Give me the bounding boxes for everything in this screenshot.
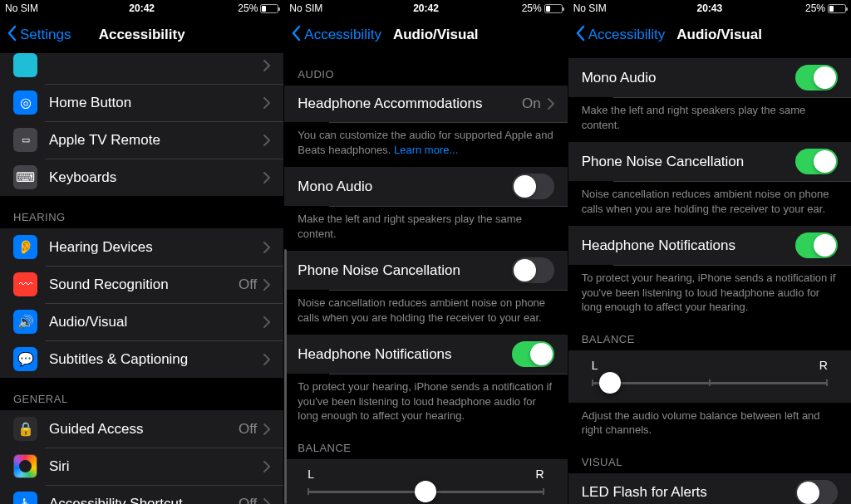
app-icon bbox=[13, 53, 37, 77]
balance-slider[interactable] bbox=[307, 491, 544, 493]
slider-thumb[interactable] bbox=[415, 481, 436, 502]
footer-noise-cancellation: Noise cancellation reduces ambient noise… bbox=[568, 181, 851, 226]
section-header-balance: BALANCE bbox=[284, 433, 567, 459]
back-button[interactable]: Settings bbox=[7, 25, 71, 46]
mono-audio-toggle[interactable] bbox=[795, 65, 838, 91]
list-item-apple-tv-remote[interactable]: ▭ Apple TV Remote bbox=[0, 121, 283, 159]
learn-more-link[interactable]: Learn more... bbox=[394, 144, 458, 156]
footer-headphone-accom: You can customize the audio for supporte… bbox=[284, 122, 567, 167]
balance-right-label: R bbox=[536, 467, 544, 481]
siri-icon bbox=[13, 454, 37, 478]
list-item-sound-recognition[interactable]: 〰 Sound Recognition Off bbox=[0, 266, 283, 303]
headphone-notifications-toggle[interactable] bbox=[512, 341, 554, 367]
footer-headphone-notifications: To protect your hearing, iPhone sends a … bbox=[284, 374, 567, 433]
audio-visual-icon: 🔊 bbox=[13, 310, 37, 334]
chevron-left-icon bbox=[291, 25, 301, 46]
row-label: Home Button bbox=[49, 95, 263, 111]
chevron-right-icon bbox=[263, 498, 270, 505]
balance-slider-row: L R bbox=[568, 350, 851, 403]
row-value: Off bbox=[239, 496, 257, 505]
list-item-siri[interactable]: Siri bbox=[0, 448, 283, 485]
list-item-mono-audio: Mono Audio bbox=[284, 167, 567, 206]
row-label: Headphone Notifications bbox=[298, 346, 511, 363]
chevron-left-icon bbox=[7, 25, 17, 46]
mono-audio-toggle[interactable] bbox=[512, 174, 554, 199]
balance-left-label: L bbox=[592, 359, 598, 372]
row-label: Siri bbox=[49, 458, 263, 475]
back-button[interactable]: Accessibility bbox=[291, 25, 381, 46]
section-header-visual: VISUAL bbox=[568, 448, 851, 473]
clock-label: 20:42 bbox=[63, 2, 220, 14]
balance-slider-row: L R bbox=[284, 459, 567, 504]
remote-icon: ▭ bbox=[13, 128, 37, 152]
chevron-right-icon bbox=[263, 60, 270, 71]
lock-icon: 🔒 bbox=[13, 417, 37, 441]
row-value: Off bbox=[239, 421, 257, 438]
nav-bar: Accessibility Audio/Visual bbox=[284, 17, 567, 53]
row-label: Headphone Accommodations bbox=[298, 95, 522, 112]
row-label: LED Flash for Alerts bbox=[582, 484, 795, 501]
row-label: Phone Noise Cancellation bbox=[582, 154, 795, 170]
status-bar: No SIM 20:43 25% bbox=[568, 0, 851, 17]
slider-thumb[interactable] bbox=[599, 372, 621, 394]
battery-status: 25% bbox=[788, 2, 846, 14]
row-value: Off bbox=[239, 276, 257, 293]
clock-label: 20:43 bbox=[632, 2, 788, 14]
noise-cancellation-toggle[interactable] bbox=[512, 257, 554, 283]
chevron-left-icon bbox=[575, 25, 585, 46]
list-item-accessibility-shortcut[interactable]: ♿︎ Accessibility Shortcut Off bbox=[0, 485, 283, 504]
list-item-partial[interactable] bbox=[0, 53, 283, 84]
battery-pct-label: 25% bbox=[238, 2, 258, 14]
row-label: Sound Recognition bbox=[49, 276, 239, 293]
list-item-audio-visual[interactable]: 🔊 Audio/Visual bbox=[0, 303, 283, 340]
row-label: Hearing Devices bbox=[49, 239, 263, 256]
back-button[interactable]: Accessibility bbox=[575, 25, 666, 46]
battery-status: 25% bbox=[504, 2, 563, 14]
nav-bar: Accessibility Audio/Visual bbox=[568, 17, 851, 53]
back-label: Settings bbox=[20, 27, 71, 43]
chevron-right-icon bbox=[263, 423, 270, 435]
footer-mono-audio: Make the left and right speakers play th… bbox=[284, 206, 567, 251]
list-item-noise-cancellation: Phone Noise Cancellation bbox=[568, 142, 851, 181]
row-label: Headphone Notifications bbox=[582, 237, 795, 254]
headphone-notifications-toggle[interactable] bbox=[795, 232, 838, 258]
chevron-right-icon bbox=[263, 242, 270, 253]
audio-visual-list[interactable]: Mono Audio Make the left and right speak… bbox=[568, 53, 851, 504]
list-item-keyboards[interactable]: ⌨ Keyboards bbox=[0, 159, 283, 196]
carrier-label: No SIM bbox=[573, 2, 632, 14]
scroll-indicator[interactable] bbox=[284, 249, 287, 504]
chevron-right-icon bbox=[263, 279, 270, 291]
balance-slider[interactable] bbox=[592, 382, 828, 384]
footer-balance: Adjust the audio volume balance between … bbox=[568, 403, 851, 448]
back-label: Accessibility bbox=[304, 27, 381, 43]
chevron-right-icon bbox=[263, 354, 270, 365]
chevron-right-icon bbox=[263, 316, 270, 328]
list-item-headphone-notifications: Headphone Notifications bbox=[568, 226, 851, 265]
page-title: Audio/Visual bbox=[393, 27, 479, 43]
audio-visual-list[interactable]: AUDIO Headphone Accommodations On You ca… bbox=[284, 53, 567, 504]
carrier-label: No SIM bbox=[289, 2, 347, 14]
balance-left-label: L bbox=[307, 467, 314, 481]
battery-pct-label: 25% bbox=[805, 2, 825, 14]
list-item-headphone-accommodations[interactable]: Headphone Accommodations On bbox=[284, 86, 567, 122]
subtitles-icon: 💬 bbox=[13, 347, 37, 371]
led-flash-toggle[interactable] bbox=[795, 480, 838, 504]
list-item-subtitles-captioning[interactable]: 💬 Subtitles & Captioning bbox=[0, 340, 283, 378]
battery-icon bbox=[828, 4, 846, 13]
nav-bar: Settings Accessibility bbox=[0, 17, 283, 53]
section-header-general: GENERAL bbox=[0, 378, 283, 410]
row-label: Phone Noise Cancellation bbox=[298, 262, 511, 279]
chevron-right-icon bbox=[548, 98, 554, 110]
page-title: Accessibility bbox=[99, 27, 185, 43]
row-label: Accessibility Shortcut bbox=[49, 496, 239, 505]
noise-cancellation-toggle[interactable] bbox=[795, 149, 838, 174]
list-item-mono-audio: Mono Audio bbox=[568, 58, 851, 97]
chevron-right-icon bbox=[263, 461, 270, 472]
accessibility-list[interactable]: ◎ Home Button ▭ Apple TV Remote ⌨ Keyboa… bbox=[0, 53, 283, 504]
list-item-home-button[interactable]: ◎ Home Button bbox=[0, 84, 283, 121]
battery-icon bbox=[260, 4, 278, 13]
list-item-guided-access[interactable]: 🔒 Guided Access Off bbox=[0, 410, 283, 448]
list-item-hearing-devices[interactable]: 👂 Hearing Devices bbox=[0, 228, 283, 266]
list-item-headphone-notifications: Headphone Notifications bbox=[284, 335, 567, 374]
section-header-balance: BALANCE bbox=[568, 325, 851, 350]
